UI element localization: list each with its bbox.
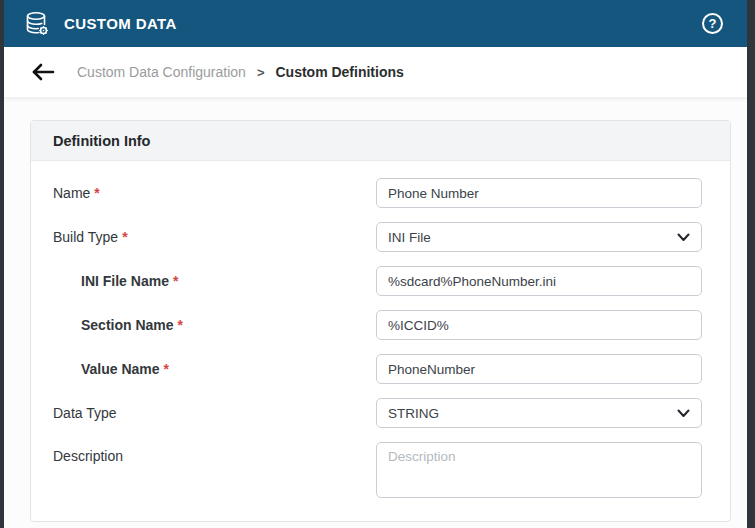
ini-file-name-field[interactable] — [376, 266, 702, 296]
value-name-label: Value Name* — [53, 361, 376, 377]
data-type-select[interactable]: STRING — [376, 398, 702, 428]
build-type-label: Build Type* — [53, 229, 376, 245]
card-title: Definition Info — [53, 133, 150, 149]
help-icon[interactable]: ? — [702, 13, 723, 34]
main-content: Definition Info Name* Build Type* INI — [4, 97, 747, 528]
help-glyph: ? — [709, 16, 717, 31]
form-row-description: Description — [53, 442, 710, 498]
form-row-data-type: Data Type STRING — [53, 398, 710, 428]
card-header: Definition Info — [31, 121, 730, 161]
required-asterisk: * — [94, 185, 99, 201]
app-window: CUSTOM DATA ? Custom Data Configuration … — [4, 0, 747, 528]
section-name-field[interactable] — [376, 310, 702, 340]
form-row-name: Name* — [53, 178, 710, 208]
breadcrumb-parent[interactable]: Custom Data Configuration — [77, 64, 246, 80]
name-field[interactable] — [376, 178, 702, 208]
required-asterisk: * — [173, 273, 178, 289]
chevron-down-icon — [677, 233, 690, 242]
description-field[interactable] — [376, 442, 702, 498]
form-row-value-name: Value Name* — [53, 354, 710, 384]
breadcrumb-separator-icon: > — [257, 65, 265, 80]
section-name-label: Section Name* — [53, 317, 376, 333]
required-asterisk: * — [164, 361, 169, 377]
build-type-selected-value: INI File — [388, 230, 431, 245]
name-label: Name* — [53, 185, 376, 201]
form-row-ini-file-name: INI File Name* — [53, 266, 710, 296]
card-body: Name* Build Type* INI File — [31, 161, 730, 522]
required-asterisk: * — [178, 317, 183, 333]
form-row-section-name: Section Name* — [53, 310, 710, 340]
build-type-select[interactable]: INI File — [376, 222, 702, 252]
page-title: CUSTOM DATA — [64, 15, 177, 32]
breadcrumb-current: Custom Definitions — [275, 64, 403, 80]
database-gear-icon — [24, 11, 50, 37]
definition-info-card: Definition Info Name* Build Type* INI — [30, 120, 731, 522]
required-asterisk: * — [122, 229, 127, 245]
top-bar: CUSTOM DATA ? — [4, 0, 747, 47]
form-row-build-type: Build Type* INI File — [53, 222, 710, 252]
description-label: Description — [53, 442, 376, 464]
back-arrow-icon[interactable] — [31, 63, 55, 81]
breadcrumb: Custom Data Configuration > Custom Defin… — [4, 47, 747, 97]
data-type-selected-value: STRING — [388, 406, 439, 421]
data-type-label: Data Type — [53, 405, 376, 421]
chevron-down-icon — [677, 409, 690, 418]
ini-file-name-label: INI File Name* — [53, 273, 376, 289]
value-name-field[interactable] — [376, 354, 702, 384]
